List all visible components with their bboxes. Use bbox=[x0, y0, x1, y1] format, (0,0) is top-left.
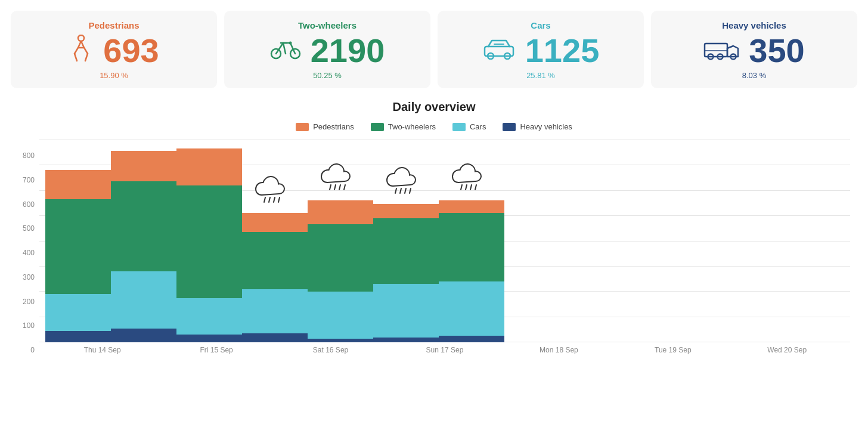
bar-stack bbox=[111, 151, 176, 342]
legend-item: Pedestrians bbox=[296, 122, 354, 131]
legend-color bbox=[503, 123, 516, 131]
card-value-heavy-vehicles: 350 bbox=[749, 34, 804, 67]
legend-label: Two-wheelers bbox=[388, 122, 436, 131]
chart-area: 0100200300400500600700800 Thu 14 SepFri … bbox=[18, 140, 850, 354]
bar-segment-two-wheelers bbox=[308, 224, 373, 292]
legend-label: Heavy vehicles bbox=[520, 122, 572, 131]
weather-icon bbox=[450, 157, 493, 194]
bar-group bbox=[242, 213, 308, 342]
y-axis-label: 800 bbox=[18, 151, 35, 160]
bar-segment-pedestrians bbox=[308, 200, 373, 224]
bar-segment-cars bbox=[439, 281, 504, 336]
y-axis-label: 200 bbox=[18, 298, 35, 306]
bar-stack bbox=[176, 148, 242, 342]
bar-stack bbox=[242, 213, 308, 342]
card-row-pedestrians: 693 bbox=[69, 34, 159, 67]
bar-segment-cars bbox=[373, 284, 439, 337]
weather-icon bbox=[253, 170, 296, 207]
x-labels: Thu 14 SepFri 15 SepSat 16 SepSun 17 Sep… bbox=[39, 342, 850, 354]
bar-segment-cars bbox=[242, 289, 308, 333]
card-cars: Cars 1125 25.81 % bbox=[438, 11, 644, 88]
bar-segment-cars bbox=[111, 271, 176, 329]
bar-segment-heavy-vehicles bbox=[45, 331, 111, 342]
bars-container bbox=[39, 140, 850, 342]
svg-point-3 bbox=[289, 42, 292, 45]
bar-segment-two-wheelers bbox=[111, 181, 176, 271]
bar-segment-two-wheelers bbox=[45, 199, 111, 294]
y-axis-label: 600 bbox=[18, 200, 35, 209]
bar-segment-heavy-vehicles bbox=[242, 333, 308, 342]
bar-segment-pedestrians bbox=[242, 213, 308, 232]
card-row-cars: 1125 bbox=[482, 34, 600, 67]
bar-group bbox=[308, 200, 373, 342]
y-axis-label: 500 bbox=[18, 224, 35, 233]
chart-inner: Thu 14 SepFri 15 SepSat 16 SepSun 17 Sep… bbox=[39, 140, 850, 354]
bar-segment-pedestrians bbox=[176, 148, 242, 185]
x-axis-label: Sat 16 Sep bbox=[298, 346, 364, 354]
bar-group bbox=[111, 151, 176, 342]
card-title-heavy-vehicles: Heavy vehicles bbox=[722, 20, 786, 30]
weather-cloud-icon bbox=[385, 161, 427, 196]
bar-segment-heavy-vehicles bbox=[176, 335, 242, 342]
card-heavy-vehicles: Heavy vehicles 350 8.03 % bbox=[651, 11, 857, 88]
x-axis-label: Wed 20 Sep bbox=[754, 346, 820, 354]
bar-segment-two-wheelers bbox=[176, 185, 242, 298]
bar-segment-heavy-vehicles bbox=[373, 338, 439, 343]
bar-segment-two-wheelers bbox=[242, 232, 308, 289]
bars-row bbox=[39, 140, 510, 342]
legend-label: Pedestrians bbox=[313, 122, 354, 131]
y-axis-label: 300 bbox=[18, 273, 35, 281]
bar-segment-pedestrians bbox=[373, 204, 439, 218]
card-pedestrians: Pedestrians 693 15.90 % bbox=[11, 11, 217, 88]
legend-color bbox=[371, 123, 384, 131]
svg-point-0 bbox=[78, 35, 84, 41]
truck-icon bbox=[703, 38, 739, 64]
chart-legend: Pedestrians Two-wheelers Cars Heavy vehi… bbox=[18, 122, 850, 131]
card-value-two-wheelers: 2190 bbox=[311, 34, 385, 67]
card-percent-pedestrians: 15.90 % bbox=[100, 71, 128, 80]
bar-stack bbox=[439, 200, 504, 342]
pedestrian-icon bbox=[69, 35, 94, 67]
bar-segment-cars bbox=[176, 298, 242, 335]
bar-segment-pedestrians bbox=[111, 151, 176, 181]
car-icon bbox=[482, 38, 516, 63]
bar-group bbox=[439, 200, 504, 342]
legend-color bbox=[452, 123, 466, 131]
bar-group bbox=[45, 170, 111, 342]
legend-item: Heavy vehicles bbox=[503, 122, 572, 131]
stats-cards: Pedestrians 693 15.90 % Two-wheelers 219… bbox=[0, 0, 868, 94]
bar-stack bbox=[308, 200, 373, 342]
bar-segment-two-wheelers bbox=[373, 218, 439, 284]
card-row-heavy-vehicles: 350 bbox=[703, 34, 804, 67]
card-title-pedestrians: Pedestrians bbox=[88, 20, 139, 30]
y-axis-label: 400 bbox=[18, 249, 35, 257]
y-axis: 0100200300400500600700800 bbox=[18, 151, 39, 354]
bar-segment-heavy-vehicles bbox=[439, 336, 504, 342]
x-axis-label: Thu 14 Sep bbox=[70, 346, 135, 354]
x-axis-label: Tue 19 Sep bbox=[640, 346, 706, 354]
x-axis-label: Fri 15 Sep bbox=[184, 346, 249, 354]
bar-segment-pedestrians bbox=[45, 170, 111, 199]
bicycle-icon bbox=[270, 37, 301, 64]
legend-color bbox=[296, 123, 309, 131]
card-percent-cars: 25.81 % bbox=[526, 71, 555, 80]
bar-segment-cars bbox=[45, 294, 111, 331]
weather-cloud-icon bbox=[319, 157, 362, 192]
legend-item: Cars bbox=[452, 122, 486, 131]
card-percent-two-wheelers: 50.25 % bbox=[313, 71, 342, 80]
bar-segment-pedestrians bbox=[439, 200, 504, 213]
card-row-two-wheelers: 2190 bbox=[270, 34, 385, 67]
card-percent-heavy-vehicles: 8.03 % bbox=[742, 71, 766, 80]
card-title-cars: Cars bbox=[531, 20, 550, 30]
y-axis-label: 700 bbox=[18, 176, 35, 184]
weather-cloud-icon bbox=[253, 170, 296, 205]
weather-cloud-icon bbox=[450, 157, 493, 192]
svg-rect-4 bbox=[485, 47, 513, 56]
chart-section: Daily overview Pedestrians Two-wheelers … bbox=[0, 94, 868, 354]
weather-icon bbox=[385, 161, 427, 198]
legend-item: Two-wheelers bbox=[371, 122, 436, 131]
bar-segment-heavy-vehicles bbox=[111, 329, 176, 342]
y-axis-label: 100 bbox=[18, 321, 35, 330]
bar-stack bbox=[45, 170, 111, 342]
chart-title: Daily overview bbox=[18, 100, 850, 114]
